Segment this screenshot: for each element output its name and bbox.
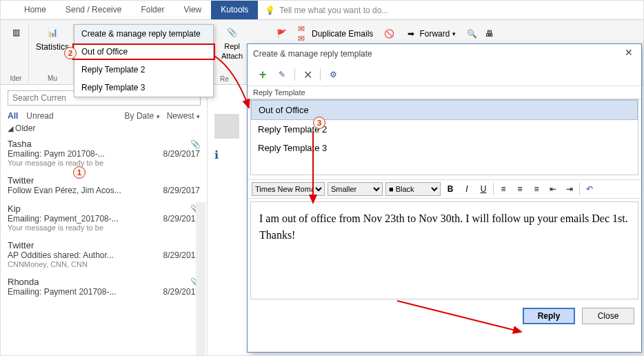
message-subject: Follow Evan Pérez, Jim Acos... — [8, 186, 157, 195]
italic-button[interactable]: I — [460, 182, 474, 196]
tab-folder[interactable]: Folder — [131, 1, 174, 19]
align-left-button[interactable]: ≡ — [496, 182, 510, 196]
modal-footer: Reply Close — [248, 302, 641, 330]
bold-button[interactable]: B — [443, 182, 457, 196]
forward-button[interactable]: ➡ Forward ▾ — [403, 27, 459, 41]
chart-icon: 📊 — [44, 24, 61, 41]
duplicate-icon: ✉✉ — [298, 28, 309, 39]
template-editor[interactable]: I am out of office from Nov 23th to Nov … — [250, 201, 638, 299]
add-button[interactable]: + — [254, 66, 271, 83]
pane-icon[interactable]: ▥ — [8, 24, 24, 41]
message-date: 8/29/2017 — [157, 149, 200, 159]
message-preview: Your message is ready to be — [8, 159, 200, 167]
settings-button[interactable]: ⚙ — [325, 66, 341, 83]
ribbon-tabs: Home Send / Receive Folder View Kutools … — [1, 1, 643, 20]
tab-home[interactable]: Home — [14, 1, 56, 19]
search-icon[interactable]: 🔍 — [467, 29, 477, 39]
font-size-select[interactable]: Smaller — [328, 182, 383, 196]
tell-me[interactable]: 💡 Tell me what you want to do... — [258, 1, 395, 19]
lightbulb-icon: 💡 — [265, 6, 275, 15]
delete-button[interactable]: ✕ — [299, 66, 316, 83]
message-subject: AP Oddities shared: Author... — [8, 250, 157, 260]
format-toolbar: Times New Roman Smaller ■ Black B I U ≡ … — [248, 179, 641, 199]
close-icon[interactable]: ✕ — [622, 47, 636, 61]
attach-label: Attach — [221, 52, 243, 60]
avatar — [214, 114, 239, 139]
align-right-button[interactable]: ≡ — [530, 182, 543, 196]
modal-title-label: Create & manage reply template — [253, 49, 372, 59]
message-from: Tasha — [8, 139, 190, 149]
group-older[interactable]: ◢ Older — [1, 122, 207, 135]
message-from: Kip — [8, 204, 190, 214]
sort-by-date[interactable]: By Date ▾ — [125, 111, 160, 121]
message-from: Twitter — [8, 240, 190, 250]
edit-button[interactable]: ✎ — [274, 66, 290, 83]
forward-icon: ➡ — [405, 28, 416, 39]
chevron-down-icon: ▾ — [197, 113, 200, 120]
group-label-re: Re — [220, 75, 229, 83]
reply-attach-icon: 📎 — [224, 24, 241, 41]
filter-all[interactable]: All — [8, 111, 18, 121]
indent-button[interactable]: ⇥ — [563, 182, 576, 196]
message-item[interactable]: Kip📎 Emailing: Payment_201708-...8/29/20… — [1, 199, 207, 236]
outdent-button[interactable]: ⇤ — [546, 182, 560, 196]
dd-create-template[interactable]: Create & manage reply template — [74, 25, 213, 43]
message-date: 8/29/2017 — [157, 186, 200, 195]
modal-toolbar: + ✎ ✕ ⚙ — [248, 63, 641, 86]
annotation-box-2 — [72, 43, 215, 60]
dd-template-3[interactable]: Reply Template 3 — [74, 79, 213, 97]
print-icon[interactable]: 🖶 — [485, 29, 494, 39]
message-preview: Your message is ready to be — [8, 224, 200, 232]
template-item-3[interactable]: Reply Template 3 — [251, 139, 638, 157]
reply-attach-button[interactable]: 📎 Repl Attach — [221, 24, 243, 60]
message-subject: Emailing: Payment 201708-... — [8, 287, 157, 297]
scrollbar[interactable] — [196, 202, 205, 356]
duplicate-emails-button[interactable]: ✉✉ Duplicate Emails — [295, 27, 376, 41]
message-subject: Emailing: Paym 201708-... — [8, 149, 157, 159]
tab-send-receive[interactable]: Send / Receive — [56, 1, 131, 19]
font-color-select[interactable]: ■ Black — [385, 182, 441, 196]
message-preview: CNNMoney, CNN, CNN — [8, 260, 200, 268]
group-label-lder: lder — [10, 75, 22, 82]
message-item[interactable]: Twitter AP Oddities shared: Author...8/2… — [1, 236, 207, 273]
callout-2: 2 — [64, 47, 77, 59]
flag-icon[interactable]: 🚩 — [276, 29, 287, 39]
template-list: Out of Office Reply Template 2 Reply Tem… — [250, 99, 638, 175]
underline-button[interactable]: U — [476, 182, 490, 196]
message-item[interactable]: Twitter Follow Evan Pérez, Jim Acos...8/… — [1, 171, 207, 199]
message-list: Tasha📎 Emailing: Paym 201708-...8/29/201… — [1, 135, 207, 301]
font-family-select[interactable]: Times New Roman — [252, 182, 325, 196]
forward-label: Forward — [419, 29, 450, 39]
sort-newest[interactable]: Newest ▾ — [167, 111, 200, 121]
dd-template-2[interactable]: Reply Template 2 — [74, 61, 213, 79]
undo-button[interactable]: ↶ — [583, 182, 596, 196]
block-icon[interactable]: 🚫 — [384, 29, 394, 39]
chevron-down-icon: ▾ — [452, 30, 456, 37]
group-label-mu: Mu — [48, 75, 57, 82]
template-list-header: Reply Template — [248, 86, 641, 99]
close-button[interactable]: Close — [582, 308, 634, 324]
statistics-button[interactable]: 📊 Statistics — [36, 24, 69, 52]
bulk-reply-dropdown: Create & manage reply template Out of Of… — [74, 24, 214, 97]
repl-label: Repl — [224, 42, 240, 50]
message-date: 8/29/2017 — [157, 287, 200, 297]
message-from: Twitter — [8, 175, 190, 186]
chevron-down-icon: ▾ — [157, 113, 160, 120]
message-list-pane: All Unread By Date ▾ Newest ▾ ◢ Older Ta… — [1, 86, 208, 356]
paperclip-icon: 📎 — [190, 139, 200, 149]
template-item-out-of-office[interactable]: Out of Office — [251, 100, 638, 120]
message-date: 8/29/2017 — [157, 214, 200, 224]
tab-kutools[interactable]: Kutools — [211, 1, 258, 19]
message-item[interactable]: Tasha📎 Emailing: Paym 201708-...8/29/201… — [1, 135, 207, 171]
filter-unread[interactable]: Unread — [26, 111, 53, 121]
info-icon: ℹ — [214, 148, 219, 161]
align-center-button[interactable]: ≡ — [513, 182, 527, 196]
tab-view[interactable]: View — [174, 1, 211, 19]
group-left-1: ▥ lder — [3, 24, 29, 82]
template-item-2[interactable]: Reply Template 2 — [251, 120, 638, 139]
message-item[interactable]: Rhonda📎 Emailing: Payment 201708-...8/29… — [1, 273, 207, 301]
reply-button[interactable]: Reply — [523, 308, 575, 324]
callout-3: 3 — [313, 117, 325, 129]
message-date: 8/29/2017 — [157, 250, 200, 260]
message-subject: Emailing: Payment_201708-... — [8, 214, 157, 224]
